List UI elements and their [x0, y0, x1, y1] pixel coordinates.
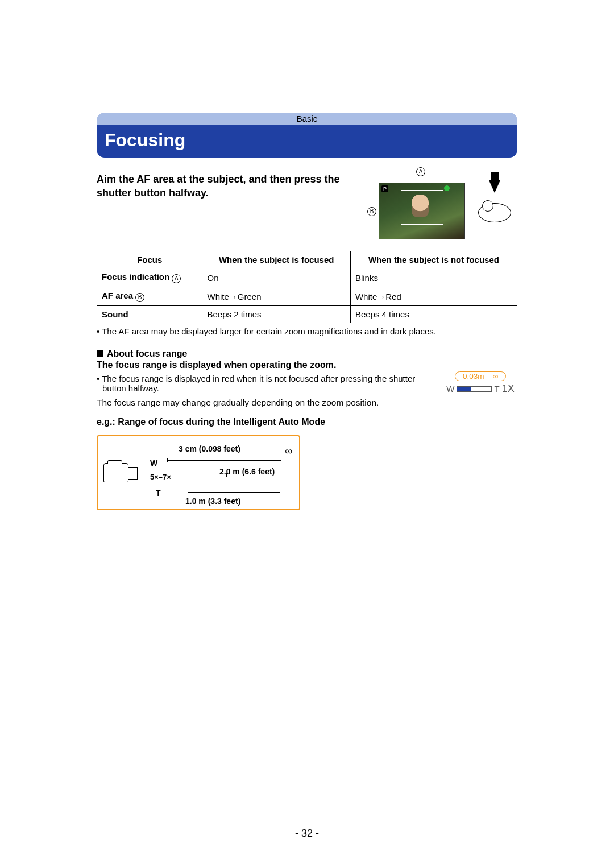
table-row: Focus indication A On Blinks: [97, 268, 517, 287]
focus-range-line2: The focus range may change gradually dep…: [97, 398, 517, 408]
page-title: Focusing: [97, 125, 517, 158]
zoom-bar-icon: [457, 386, 492, 392]
zoom-indicator: 0.03m – ∞ W T 1X: [443, 371, 517, 395]
breadcrumb: Basic: [97, 113, 517, 125]
focus-illustration: A B P: [375, 170, 517, 239]
table-header: When the subject is focused: [202, 251, 350, 268]
diagram-t-label: T: [156, 489, 161, 498]
zoom-t-label: T: [494, 384, 499, 394]
focus-range-readout: 0.03m – ∞: [455, 371, 506, 381]
diagram-value-t: 1.0 m (3.3 feet): [185, 497, 240, 506]
subheading-focus-range: About focus range: [97, 349, 517, 359]
marker-b-icon: B: [367, 205, 376, 216]
focus-range-eg: e.g.: Range of focus during the Intellig…: [97, 417, 517, 427]
camera-icon: [103, 463, 128, 482]
shutter-half-press-icon: [472, 170, 517, 222]
zoom-w-label: W: [446, 384, 454, 394]
diagram-w-label: W: [150, 458, 157, 468]
table-row: AF area B White→Green White→Red: [97, 287, 517, 306]
focus-range-diagram: W 5×–7× T 3 cm (0.098 feet) 2.0 m (6.6 f…: [97, 435, 300, 510]
camera-screen-preview: P: [379, 183, 465, 239]
intro-text: Aim the AF area at the subject, and then…: [97, 170, 368, 200]
table-header: Focus: [97, 251, 202, 268]
diagram-value-w: 3 cm (0.098 feet): [179, 444, 240, 453]
table-header: When the subject is not focused: [350, 251, 517, 268]
note-focus-red: The focus range is displayed in red when…: [97, 374, 421, 393]
focus-indicator-icon: [444, 185, 450, 191]
table-row: Sound Beeps 2 times Beeps 4 times: [97, 306, 517, 323]
zoom-magnification: 1X: [502, 383, 515, 395]
mode-p-icon: P: [381, 185, 388, 192]
note-af-area: The AF area may be displayed larger for …: [97, 326, 517, 336]
focus-table: Focus When the subject is focused When t…: [97, 251, 517, 323]
page-number: - 32 -: [295, 828, 319, 840]
focus-range-line1: The focus range is displayed when operat…: [97, 360, 517, 370]
